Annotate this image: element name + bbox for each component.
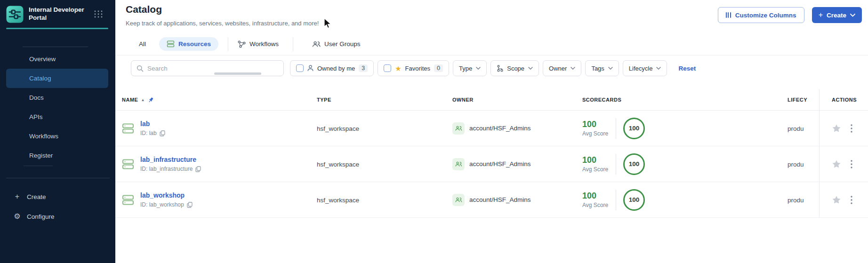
- entity-type: hsf_workspace: [317, 161, 359, 168]
- favorites-filter[interactable]: ★ Favorites 0: [378, 60, 449, 76]
- reset-filters-link[interactable]: Reset: [678, 65, 696, 72]
- resource-rows-icon: [167, 40, 175, 48]
- avg-score-value: 100: [582, 191, 609, 200]
- avg-score-label: Avg Score: [582, 130, 609, 137]
- table-row[interactable]: lab ID: lab hsf_workspace: [115, 111, 868, 146]
- score-divider: [616, 118, 616, 139]
- scorecard-ring[interactable]: 100: [623, 118, 645, 139]
- scope-hierarchy-icon: [497, 65, 503, 72]
- sidebar-divider-short: [24, 166, 53, 166]
- entity-lifecycle: produ: [788, 161, 804, 168]
- favorite-star-button[interactable]: [832, 159, 841, 168]
- score-divider: [616, 154, 616, 175]
- sidebar-item-docs[interactable]: Docs: [6, 88, 108, 107]
- owner-group-badge-icon: [452, 122, 465, 135]
- column-header-lifecycle[interactable]: LIFECY: [781, 97, 819, 103]
- owned-by-me-count: 3: [359, 64, 368, 72]
- catalog-table: NAME ▲ TYPE OWNER SCORECARDS LIFECY ACTI…: [115, 89, 868, 218]
- favorite-star-button[interactable]: [832, 124, 841, 133]
- app-logo-icon: [6, 6, 24, 23]
- brand: Internal Developer Portal: [6, 6, 109, 23]
- tags-filter-dropdown[interactable]: Tags: [585, 60, 619, 76]
- page-header: Catalog Keep track of applications, serv…: [115, 0, 868, 33]
- kebab-menu-button[interactable]: [851, 160, 852, 168]
- resource-rows-icon: [122, 159, 134, 170]
- copy-icon[interactable]: [195, 166, 201, 172]
- sidebar-item-register[interactable]: Register: [6, 146, 108, 165]
- tab-user-groups[interactable]: User Groups: [312, 40, 361, 48]
- create-button[interactable]: + Create: [812, 7, 862, 23]
- entity-lifecycle: produ: [788, 125, 804, 132]
- table-row[interactable]: lab_infrastructure ID: lab_infrastructur…: [115, 146, 868, 182]
- user-icon: [307, 65, 313, 72]
- favorite-star-button[interactable]: [832, 195, 841, 204]
- avg-score-label: Avg Score: [582, 202, 609, 208]
- plus-icon: +: [819, 11, 823, 19]
- tab-separator: [228, 37, 228, 51]
- copy-icon[interactable]: [187, 202, 193, 208]
- column-header-owner[interactable]: OWNER: [447, 97, 577, 103]
- table-header-row: NAME ▲ TYPE OWNER SCORECARDS LIFECY ACTI…: [115, 89, 868, 111]
- columns-icon: [726, 12, 731, 18]
- horizontal-scrollbar-thumb[interactable]: [214, 72, 261, 75]
- entity-id: ID: lab_infrastructure: [140, 166, 193, 172]
- sidebar-configure-button[interactable]: ⚙ Configure: [0, 209, 115, 224]
- sort-ascending-icon[interactable]: ▲: [141, 98, 145, 102]
- copy-icon[interactable]: [160, 130, 165, 136]
- column-header-name[interactable]: NAME ▲: [115, 97, 311, 103]
- sidebar-item-apis[interactable]: APIs: [6, 107, 108, 127]
- owned-by-me-filter[interactable]: Owned by me 3: [290, 60, 374, 76]
- avg-score-value: 100: [582, 120, 609, 129]
- chevron-down-icon: [528, 67, 533, 70]
- tab-user-groups-label: User Groups: [324, 40, 361, 48]
- entity-owner: account/HSF_Admins: [469, 125, 531, 132]
- resource-rows-icon: [122, 194, 134, 206]
- search-icon: [137, 65, 144, 72]
- column-header-scorecards[interactable]: SCORECARDS: [577, 97, 781, 103]
- lifecycle-filter-dropdown[interactable]: Lifecycle: [623, 60, 667, 76]
- customize-columns-label: Customize Columns: [735, 12, 796, 19]
- owner-filter-label: Owner: [549, 65, 567, 72]
- name-header-label: NAME: [122, 97, 138, 103]
- gear-icon: ⚙: [13, 213, 21, 220]
- tags-filter-label: Tags: [591, 65, 604, 72]
- customize-columns-button[interactable]: Customize Columns: [718, 7, 804, 23]
- tab-resources[interactable]: Resources: [159, 37, 218, 51]
- score-divider: [616, 190, 616, 210]
- avg-score-value: 100: [582, 155, 609, 165]
- entity-type: hsf_workspace: [317, 197, 359, 204]
- owned-by-me-label: Owned by me: [317, 65, 355, 72]
- sidebar-accent-line: [6, 28, 108, 29]
- table-row[interactable]: lab_workshop ID: lab_workshop hsf_worksp…: [115, 182, 868, 218]
- entity-owner: account/HSF_Admins: [469, 196, 531, 203]
- entity-lifecycle: produ: [788, 197, 804, 204]
- entity-type: hsf_workspace: [317, 125, 359, 132]
- type-filter-dropdown[interactable]: Type: [453, 60, 487, 76]
- pin-icon[interactable]: [148, 97, 154, 103]
- scope-filter-dropdown[interactable]: Scope: [490, 60, 539, 76]
- favorites-checkbox[interactable]: [384, 64, 391, 72]
- entity-id: ID: lab: [140, 130, 157, 136]
- entity-name-link[interactable]: lab: [140, 120, 165, 128]
- owned-by-me-checkbox[interactable]: [296, 64, 304, 72]
- owner-filter-dropdown[interactable]: Owner: [543, 60, 581, 76]
- kebab-menu-button[interactable]: [851, 196, 852, 204]
- sidebar-item-workflows[interactable]: Workflows: [6, 127, 108, 146]
- column-header-type[interactable]: TYPE: [311, 97, 447, 103]
- sidebar-create-button[interactable]: + Create: [0, 189, 115, 204]
- tab-workflows[interactable]: Workflows: [238, 40, 279, 48]
- sidebar-item-overview[interactable]: Overview: [6, 49, 108, 69]
- entity-name-link[interactable]: lab_workshop: [140, 191, 193, 199]
- entity-name-link[interactable]: lab_infrastructure: [140, 156, 201, 163]
- scorecard-ring[interactable]: 100: [623, 189, 645, 211]
- entity-id: ID: lab_workshop: [140, 201, 184, 208]
- app-switcher-grid-icon[interactable]: [93, 9, 104, 19]
- catalog-tabs: All Resources Workflows: [115, 33, 868, 56]
- user-group-icon: [312, 41, 321, 48]
- kebab-menu-button[interactable]: [851, 124, 852, 133]
- sidebar-item-catalog[interactable]: Catalog: [6, 69, 108, 88]
- owner-group-badge-icon: [452, 158, 465, 170]
- tab-all[interactable]: All: [139, 40, 146, 48]
- search-input[interactable]: [147, 65, 278, 72]
- scorecard-ring[interactable]: 100: [623, 153, 645, 175]
